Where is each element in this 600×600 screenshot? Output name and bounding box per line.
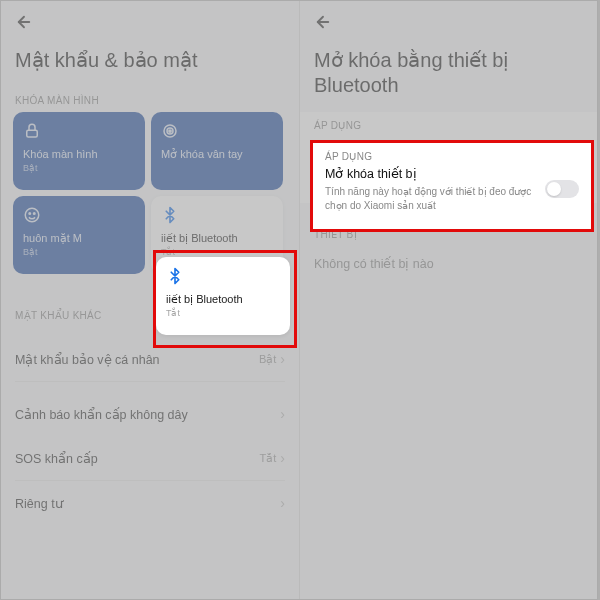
lock-icon bbox=[23, 122, 135, 142]
chevron-right-icon: › bbox=[280, 495, 285, 511]
row-label: Riêng tư bbox=[15, 496, 63, 511]
tile-label: Mở khóa vân tay bbox=[161, 148, 273, 161]
row-label: Cảnh báo khẩn cấp không dây bbox=[15, 407, 188, 422]
section-apply-label: ÁP DỤNG bbox=[313, 143, 591, 166]
tile-status: Bật bbox=[23, 163, 135, 173]
tile-status: Tắt bbox=[166, 308, 280, 318]
apply-subtitle: Tính năng này hoạt động với thiết bị đeo… bbox=[325, 185, 535, 212]
row-sos[interactable]: SOS khẩn cấp Tắt› bbox=[1, 436, 299, 480]
section-apply-label: ÁP DỤNG bbox=[314, 112, 583, 137]
svg-point-5 bbox=[29, 213, 31, 215]
row-value: Bật bbox=[259, 353, 276, 366]
row-privacy[interactable]: Riêng tư › bbox=[1, 481, 299, 525]
svg-point-3 bbox=[169, 130, 171, 132]
tile-label: iiết bị Bluetooth bbox=[161, 232, 273, 245]
chevron-right-icon: › bbox=[280, 351, 285, 367]
tile-label: huôn mặt M bbox=[23, 232, 135, 245]
tile-fingerprint[interactable]: Mở khóa vân tay bbox=[151, 112, 283, 190]
fingerprint-icon bbox=[161, 122, 273, 142]
tile-label: Khóa màn hình bbox=[23, 148, 135, 161]
svg-point-6 bbox=[34, 213, 36, 215]
row-emergency-alerts[interactable]: Cảnh báo khẩn cấp không dây › bbox=[1, 382, 299, 436]
highlight-apply-section: ÁP DỤNG Mở khóa thiết bị Tính năng này h… bbox=[313, 143, 591, 229]
tile-screen-lock[interactable]: Khóa màn hình Bật bbox=[13, 112, 145, 190]
back-arrow-icon[interactable] bbox=[1, 9, 299, 40]
bluetooth-unlock-screen: Mở khóa bằng thiết bị Bluetooth ÁP DỤNG … bbox=[299, 1, 597, 599]
tile-bluetooth[interactable]: iiết bị Bluetooth Tắt bbox=[156, 257, 290, 335]
tile-face[interactable]: huôn mặt M Bật bbox=[13, 196, 145, 274]
bluetooth-icon bbox=[161, 206, 273, 226]
row-value: Tắt bbox=[260, 452, 277, 465]
chevron-right-icon: › bbox=[280, 450, 285, 466]
back-arrow-icon[interactable] bbox=[300, 9, 597, 40]
highlight-tile-bluetooth: iiết bị Bluetooth Tắt bbox=[156, 253, 294, 345]
tile-label: iiết bị Bluetooth bbox=[166, 293, 280, 306]
apply-title: Mở khóa thiết bị bbox=[325, 166, 535, 181]
row-label: Mật khẩu bảo vệ cá nhân bbox=[15, 352, 160, 367]
page-title: Mở khóa bằng thiết bị Bluetooth bbox=[300, 40, 597, 112]
unlock-device-toggle[interactable] bbox=[545, 180, 579, 198]
svg-point-4 bbox=[25, 208, 39, 222]
row-label: SOS khẩn cấp bbox=[15, 451, 98, 466]
empty-device-text: Không có thiết bị nào bbox=[300, 246, 597, 281]
tile-status: Bật bbox=[23, 247, 135, 257]
svg-rect-0 bbox=[27, 130, 38, 137]
chevron-right-icon: › bbox=[280, 406, 285, 422]
bluetooth-icon bbox=[166, 267, 280, 287]
page-title: Mật khẩu & bảo mật bbox=[1, 40, 299, 87]
section-lock-label: KHÓA MÀN HÌNH bbox=[1, 87, 299, 112]
face-icon bbox=[23, 206, 135, 226]
